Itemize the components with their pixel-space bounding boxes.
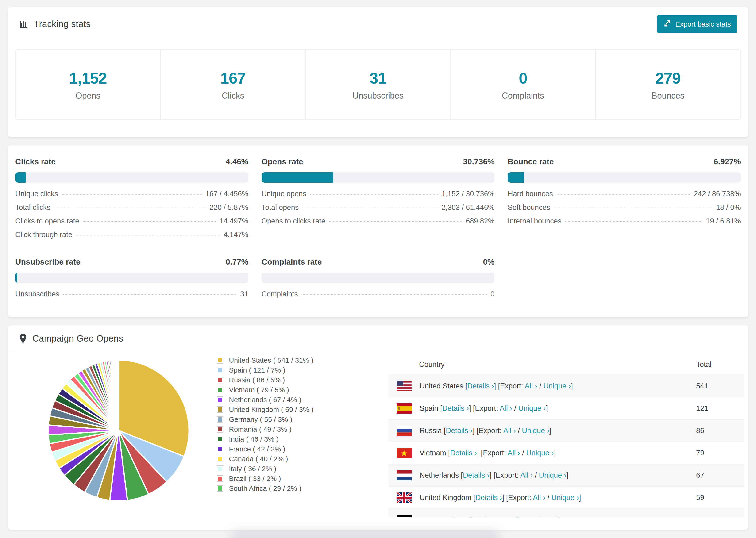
export-all-link[interactable]: All › xyxy=(511,516,523,517)
export-icon xyxy=(664,19,672,29)
details-link[interactable]: Details › xyxy=(467,382,494,390)
rate-row-hard-bounces: Hard bounces242 / 86.738% xyxy=(508,190,741,203)
rate-row-label: Clicks to opens rate xyxy=(15,217,79,225)
summary-stat-bounces[interactable]: 279Bounces xyxy=(595,50,740,120)
legend-item-germany[interactable]: Germany ( 55 / 3% ) xyxy=(217,414,313,424)
legend-swatch xyxy=(217,456,223,462)
legend-swatch xyxy=(217,377,223,383)
export-unique-link[interactable]: Unique › xyxy=(526,449,554,457)
rate-row-label: Unique clicks xyxy=(15,190,58,198)
rate-row-value: 19 / 6.81% xyxy=(706,217,741,225)
rate-row-label: Opens to clicks rate xyxy=(261,217,325,225)
rate-block-opens-rate: Opens rate30.736%Unique opens1,152 / 30.… xyxy=(261,157,495,244)
dotted-leader xyxy=(63,294,237,295)
table-row-netherlands: Netherlands [Details ›] [Export: All › /… xyxy=(389,464,744,486)
details-link[interactable]: Details › xyxy=(454,516,480,517)
details-link[interactable]: Details › xyxy=(446,426,473,435)
summary-stat-clicks[interactable]: 167Clicks xyxy=(160,50,305,120)
export-unique-link[interactable]: Unique › xyxy=(552,493,579,502)
legend-item-spain[interactable]: Spain ( 121 / 7% ) xyxy=(217,365,313,375)
details-link[interactable]: Details › xyxy=(463,471,490,479)
export-all-link[interactable]: All › xyxy=(500,404,512,412)
export-all-link[interactable]: All › xyxy=(503,426,516,435)
summary-stat-unsubscribes[interactable]: 31Unsubscribes xyxy=(305,50,450,120)
rate-row-label: Total clicks xyxy=(15,203,50,212)
stat-label: Unsubscribes xyxy=(306,91,450,101)
legend-item-brazil[interactable]: Brazil ( 33 / 2% ) xyxy=(217,474,313,484)
legend-swatch-color xyxy=(218,467,222,471)
rate-head: Bounce rate6.927% xyxy=(508,157,741,166)
page: Tracking stats Export basic stats 1,152O… xyxy=(0,0,756,530)
bottom-shadow xyxy=(231,531,499,538)
total-cell: 67 xyxy=(696,471,744,480)
country-cell: Germany [Details ›] [Export: All › / Uni… xyxy=(419,516,696,517)
export-unique-link[interactable]: Unique › xyxy=(518,404,546,412)
summary-stat-complaints[interactable]: 0Complaints xyxy=(450,50,595,120)
geo-opens-pie-chart[interactable] xyxy=(43,355,194,506)
summary-stats-row: 1,152Opens167Clicks31Unsubscribes0Compla… xyxy=(15,49,741,120)
country-name: Netherlands [ xyxy=(419,471,463,479)
legend-item-italy[interactable]: Italy ( 36 / 2% ) xyxy=(217,464,313,474)
export-all-link[interactable]: All › xyxy=(533,493,545,502)
rate-row-value: 2,303 / 61.446% xyxy=(442,203,495,212)
details-link[interactable]: Details › xyxy=(450,449,477,457)
export-unique-link[interactable]: Unique › xyxy=(522,426,549,435)
dotted-leader xyxy=(76,235,220,236)
export-prefix: ] [Export: xyxy=(502,493,533,502)
total-cell: 86 xyxy=(696,426,744,435)
legend-swatch-color xyxy=(218,368,222,372)
country-cell: Vietnam [Details ›] [Export: All › / Uni… xyxy=(419,449,696,457)
legend-item-india[interactable]: India ( 46 / 3% ) xyxy=(217,434,313,444)
legend-label: United States ( 541 / 31% ) xyxy=(229,356,313,364)
geo-table-header: CountryTotal xyxy=(389,354,744,375)
stat-value: 0 xyxy=(451,69,595,87)
export-unique-link[interactable]: Unique › xyxy=(530,516,557,517)
stat-value: 1,152 xyxy=(16,69,160,87)
legend-item-canada[interactable]: Canada ( 40 / 2% ) xyxy=(217,454,313,464)
rate-title: Unsubscribe rate xyxy=(15,257,81,266)
legend-label: Brazil ( 33 / 2% ) xyxy=(229,475,281,483)
legend-item-russia[interactable]: Russia ( 86 / 5% ) xyxy=(217,375,313,385)
flag-icon-nl xyxy=(397,470,411,480)
dotted-leader xyxy=(54,207,206,208)
export-basic-stats-button[interactable]: Export basic stats xyxy=(657,15,737,33)
table-row-russia: Russia [Details ›] [Export: All › / Uniq… xyxy=(389,419,744,442)
legend-swatch-color xyxy=(218,437,222,441)
pie-slice-other[interactable] xyxy=(118,360,119,430)
export-all-link[interactable]: All › xyxy=(508,449,520,457)
rate-value: 6.927% xyxy=(714,157,741,166)
rate-title: Bounce rate xyxy=(508,157,554,166)
rate-row-label: Soft bounces xyxy=(508,203,550,212)
legend-item-romania[interactable]: Romania ( 49 / 3% ) xyxy=(217,424,313,434)
bracket-close: ] xyxy=(549,426,552,435)
export-unique-link[interactable]: Unique › xyxy=(539,471,566,479)
summary-stat-opens[interactable]: 1,152Opens xyxy=(16,50,160,120)
legend-item-france[interactable]: France ( 42 / 2% ) xyxy=(217,444,313,454)
rate-row-clicks-to-opens-rate: Clicks to opens rate14.497% xyxy=(15,217,248,231)
rate-rows: Complaints0 xyxy=(261,290,495,303)
rate-row-value: 14.497% xyxy=(220,217,248,225)
rate-title: Complaints rate xyxy=(261,257,322,266)
bracket-close: ] xyxy=(554,449,556,457)
legend-label: Spain ( 121 / 7% ) xyxy=(229,366,285,374)
rate-progress-track xyxy=(15,172,248,183)
legend-item-united-kingdom[interactable]: United Kingdom ( 59 / 3% ) xyxy=(217,405,313,414)
country-name: Russia [ xyxy=(419,426,446,435)
rate-head: Unsubscribe rate0.77% xyxy=(15,257,248,266)
rate-row-label: Total opens xyxy=(261,203,299,212)
details-link[interactable]: Details › xyxy=(442,404,469,412)
details-link[interactable]: Details › xyxy=(475,493,502,502)
rate-row-label: Internal bounces xyxy=(508,217,561,225)
rate-row-value: 167 / 4.456% xyxy=(205,190,248,198)
legend-item-south-africa[interactable]: South Africa ( 29 / 2% ) xyxy=(217,484,313,493)
export-unique-link[interactable]: Unique › xyxy=(543,382,571,390)
legend-item-united-states[interactable]: United States ( 541 / 31% ) xyxy=(217,355,313,365)
legend-item-netherlands[interactable]: Netherlands ( 67 / 4% ) xyxy=(217,395,313,405)
legend-swatch xyxy=(217,426,223,433)
bracket-close: ] xyxy=(571,382,573,390)
country-name: Vietnam [ xyxy=(419,449,450,457)
legend-item-vietnam[interactable]: Vietnam ( 79 / 5% ) xyxy=(217,385,313,395)
legend-swatch-color xyxy=(218,417,222,422)
export-all-link[interactable]: All › xyxy=(520,471,533,479)
export-all-link[interactable]: All › xyxy=(525,382,537,390)
